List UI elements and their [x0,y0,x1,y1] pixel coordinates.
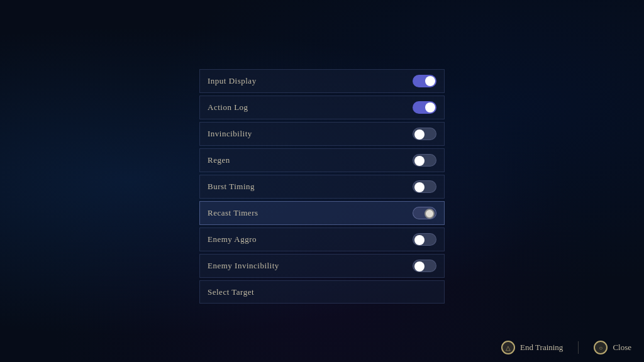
end-training-icon: △ [501,341,515,354]
toggle-action-log[interactable] [413,101,436,114]
toggle-input-display[interactable] [413,75,436,87]
option-row-select-target[interactable]: Select Target [199,280,445,304]
toggle-recast-timers[interactable] [413,207,436,219]
option-label-regen: Regen [208,155,230,165]
option-label-burst-timing: Burst Timing [208,182,255,192]
toggle-enemy-invincibility[interactable] [413,260,436,272]
option-label-select-target: Select Target [208,287,254,297]
bottom-bar: △End Training○Close [501,341,631,354]
option-row-enemy-invincibility[interactable]: Enemy Invincibility [199,254,445,278]
bottom-divider [578,341,579,354]
option-row-action-log[interactable]: Action Log [199,96,445,119]
close-button[interactable]: ○Close [594,341,631,354]
toggle-regen[interactable] [413,154,436,167]
end-training-button[interactable]: △End Training [501,341,563,354]
toggle-knob-action-log [425,102,435,112]
option-row-enemy-aggro[interactable]: Enemy Aggro [199,228,445,251]
option-label-enemy-invincibility: Enemy Invincibility [208,261,279,271]
close-label: Close [613,343,631,353]
toggle-burst-timing[interactable] [413,180,436,193]
option-row-input-display[interactable]: Input Display [199,69,445,93]
toggle-knob-input-display [425,76,435,86]
toggle-knob-enemy-aggro [414,235,425,245]
toggle-enemy-aggro[interactable] [413,233,436,246]
toggle-knob-enemy-invincibility [414,261,425,272]
options-list: Input DisplayAction LogInvincibilityRege… [199,69,445,304]
option-row-invincibility[interactable]: Invincibility [199,122,445,146]
option-row-recast-timers[interactable]: Recast Timers [199,201,445,225]
option-label-input-display: Input Display [208,76,257,86]
option-label-action-log: Action Log [208,102,248,112]
option-label-enemy-aggro: Enemy Aggro [208,234,257,244]
close-icon: ○ [594,341,608,354]
option-row-regen[interactable]: Regen [199,148,445,172]
toggle-knob-regen [414,156,425,166]
option-label-recast-timers: Recast Timers [208,208,258,218]
option-label-invincibility: Invincibility [208,129,252,139]
end-training-label: End Training [520,343,563,353]
toggle-knob-burst-timing [414,182,425,192]
toggle-knob-recast-timers [425,209,435,219]
option-row-burst-timing[interactable]: Burst Timing [199,175,445,199]
toggle-invincibility[interactable] [413,128,436,140]
toggle-knob-invincibility [414,129,425,140]
